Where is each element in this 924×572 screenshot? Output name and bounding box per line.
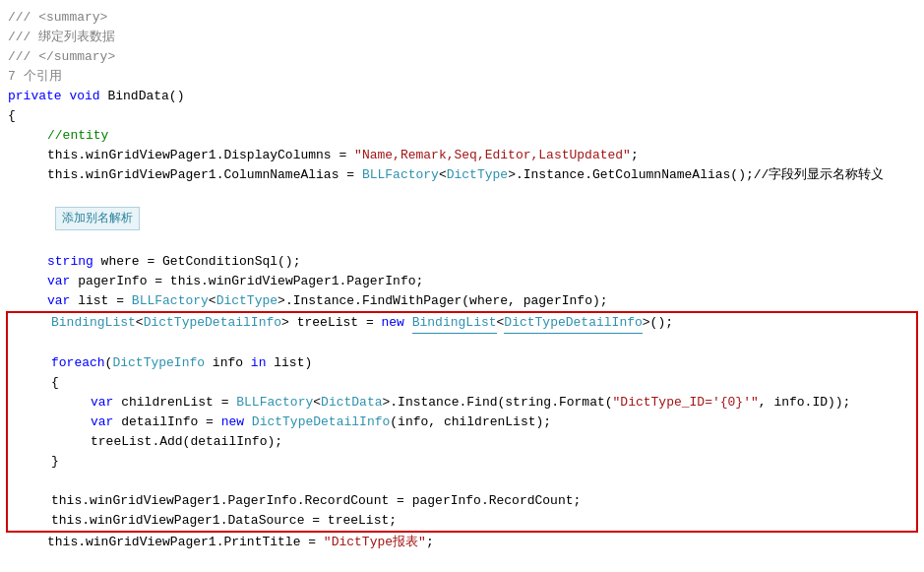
code-token: .winGridViewPager1.DisplayColumns = bbox=[78, 146, 354, 165]
code-token: list = bbox=[78, 291, 132, 311]
code-token: new bbox=[382, 313, 412, 333]
code-token: ; bbox=[426, 533, 434, 552]
code-token: >.Instance.FindWithPager(where, pagerInf… bbox=[277, 291, 607, 311]
code-token: "DictType报表" bbox=[324, 533, 426, 552]
code-line-8: this.winGridViewPager1.DisplayColumns = … bbox=[0, 146, 924, 165]
code-line-empty-2 bbox=[0, 232, 924, 252]
code-token: info bbox=[205, 353, 251, 373]
alias-link-button[interactable]: 添加别名解析 bbox=[55, 207, 140, 230]
code-token: where = GetConditionSql(); bbox=[101, 252, 301, 272]
code-token: ( bbox=[105, 353, 113, 373]
code-token: >.Instance.GetColumnNameAlias();//字段列显示名… bbox=[508, 165, 884, 185]
code-token: "DictType_ID='{0}'" bbox=[613, 393, 759, 413]
box-line-7: treeList.Add(detailInfo); bbox=[8, 432, 916, 452]
code-token: DictTypeDetailInfo bbox=[252, 413, 390, 432]
code-token: >(); bbox=[643, 313, 673, 333]
after-line-1: this.winGridViewPager1.PrintTitle = "Dic… bbox=[0, 533, 924, 552]
code-editor: /// <summary> /// 绑定列表数据 /// </summary> … bbox=[0, 0, 924, 572]
code-line-4: 7 个引用 bbox=[0, 67, 924, 87]
code-line-3: /// </summary> bbox=[0, 47, 924, 67]
code-token: < bbox=[497, 313, 505, 333]
box-line-5: var childrenList = BLLFactory<DictData>.… bbox=[8, 393, 916, 413]
code-token: DictTypeInfo bbox=[112, 353, 205, 373]
code-token: in bbox=[251, 353, 267, 373]
code-token: private bbox=[8, 87, 69, 106]
code-token: this bbox=[51, 491, 82, 511]
code-token: foreach bbox=[51, 353, 105, 373]
code-token: < bbox=[209, 291, 216, 311]
highlighted-code-region: BindingList<DictTypeDetailInfo> treeList… bbox=[6, 311, 918, 533]
code-token: this bbox=[170, 272, 201, 291]
code-line-6: { bbox=[0, 106, 924, 126]
code-line-7: //entity bbox=[0, 126, 924, 146]
code-token: this bbox=[47, 533, 78, 552]
code-token: new bbox=[221, 413, 252, 432]
code-token: < bbox=[439, 165, 447, 185]
code-token: .winGridViewPager1.PagerInfo.RecordCount… bbox=[82, 491, 581, 511]
code-token: .winGridViewPager1.ColumnNameAlias = bbox=[78, 165, 362, 185]
code-token: 7 个引用 bbox=[8, 67, 62, 87]
code-line-5: private void BindData() bbox=[0, 87, 924, 106]
code-token: DictType bbox=[216, 291, 277, 311]
code-token: this bbox=[51, 511, 82, 531]
code-token: DictTypeDetailInfo bbox=[144, 313, 281, 333]
code-token: BLLFactory bbox=[362, 165, 439, 185]
code-line-9: this.winGridViewPager1.ColumnNameAlias =… bbox=[0, 165, 924, 185]
code-token: DictType bbox=[447, 165, 508, 185]
code-token: BindData() bbox=[107, 87, 184, 106]
code-token: < bbox=[136, 313, 144, 333]
code-token: pagerInfo = bbox=[78, 272, 170, 291]
box-line-11: this.winGridViewPager1.DataSource = tree… bbox=[8, 511, 916, 531]
box-line-3: foreach(DictTypeInfo info in list) bbox=[8, 353, 916, 373]
box-line-1: BindingList<DictTypeDetailInfo> treeList… bbox=[8, 313, 916, 334]
after-line-empty bbox=[0, 552, 924, 572]
code-token: treeList.Add(detailInfo); bbox=[91, 432, 282, 452]
code-token: this bbox=[47, 165, 78, 185]
code-token: DictData bbox=[321, 393, 382, 413]
code-token: var bbox=[47, 291, 78, 311]
code-token: var bbox=[91, 393, 121, 413]
code-line-empty-1 bbox=[0, 185, 924, 205]
code-token: DictTypeDetailInfo bbox=[504, 313, 642, 334]
code-token: .winGridViewPager1.PrintTitle = bbox=[78, 533, 324, 552]
code-line-2: /// 绑定列表数据 bbox=[0, 28, 924, 47]
code-line-15: var list = BLLFactory<DictType>.Instance… bbox=[0, 291, 924, 311]
code-token: detailInfo = bbox=[121, 413, 220, 432]
code-token: childrenList = bbox=[121, 393, 236, 413]
code-token: { bbox=[51, 373, 59, 393]
code-token: BindingList bbox=[51, 313, 136, 333]
code-token: /// </summary> bbox=[8, 47, 115, 67]
code-token: /// <summary> bbox=[8, 8, 107, 28]
code-token: "Name,Remark,Seq,Editor,LastUpdated" bbox=[354, 146, 631, 165]
code-token: list) bbox=[266, 353, 312, 373]
code-token: .winGridViewPager1.DataSource = treeList… bbox=[82, 511, 397, 531]
code-token: BindingList bbox=[412, 313, 497, 334]
code-token: BLLFactory bbox=[236, 393, 313, 413]
code-token: //entity bbox=[47, 126, 108, 146]
code-token: >.Instance.Find(string.Format( bbox=[383, 393, 613, 413]
box-line-4: { bbox=[8, 373, 916, 393]
code-token: > treeList = bbox=[281, 313, 381, 333]
code-line-alias: 添加别名解析 bbox=[0, 205, 924, 232]
code-token: BLLFactory bbox=[132, 291, 209, 311]
code-token: var bbox=[91, 413, 121, 432]
code-token: ; bbox=[631, 146, 639, 165]
code-token: var bbox=[47, 272, 78, 291]
code-token: string bbox=[47, 252, 101, 272]
code-token: .winGridViewPager1.PagerInfo; bbox=[201, 272, 423, 291]
code-token: /// 绑定列表数据 bbox=[8, 28, 115, 47]
code-token: (info, childrenList); bbox=[390, 413, 551, 432]
code-token: this bbox=[47, 146, 78, 165]
box-line-empty-2 bbox=[8, 472, 916, 491]
code-line-1: /// <summary> bbox=[0, 8, 924, 28]
code-line-14: var pagerInfo = this.winGridViewPager1.P… bbox=[0, 272, 924, 291]
code-token: void bbox=[69, 87, 107, 106]
code-line-13: string where = GetConditionSql(); bbox=[0, 252, 924, 272]
code-token: { bbox=[8, 106, 16, 126]
box-line-10: this.winGridViewPager1.PagerInfo.RecordC… bbox=[8, 491, 916, 511]
code-token: < bbox=[313, 393, 321, 413]
box-line-empty-1 bbox=[8, 334, 916, 353]
code-token: , info.ID)); bbox=[759, 393, 851, 413]
code-token: } bbox=[51, 452, 59, 472]
box-line-8: } bbox=[8, 452, 916, 472]
